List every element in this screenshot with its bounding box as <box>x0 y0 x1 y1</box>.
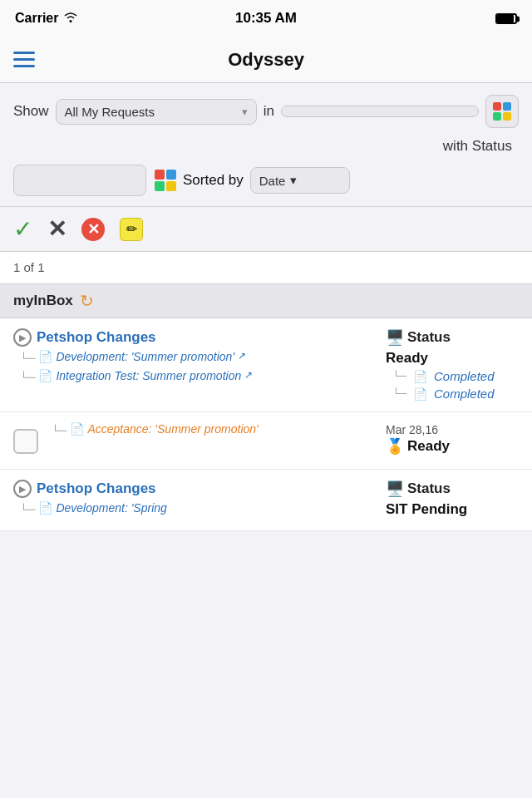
status-bar: Carrier 10:35 AM <box>0 0 532 37</box>
action-bar: ✓ ✕ ✕ ✏ <box>0 206 532 252</box>
pagination-text: 1 of 1 <box>13 260 45 274</box>
completed-1b: Completed <box>434 387 495 401</box>
item-left-1: ▶ Petshop Changes └─ 📄 Development: 'Sum… <box>13 328 379 388</box>
doc-icon-1a: 📄 <box>38 350 52 363</box>
battery-indicator <box>495 11 517 26</box>
app-title: Odyssey <box>228 49 304 71</box>
ready-label-1: Ready <box>386 350 519 367</box>
hamburger-line1 <box>13 52 35 54</box>
status-bar-time: 10:35 AM <box>235 10 297 27</box>
item-sub-1b: └─ 📄 Integration Test: Summer promotion … <box>13 369 379 387</box>
tree-line-1b: └─ <box>20 369 35 387</box>
item-title-row-1: ▶ Petshop Changes <box>13 328 379 347</box>
ready-row-2: 🏅 Ready <box>386 437 519 456</box>
doc-icon-s1a: 📄 <box>413 370 427 383</box>
completed-1a: Completed <box>434 369 495 383</box>
item-right-3: 🖥️ Status SIT Pending <box>386 480 519 518</box>
ext-link-1b[interactable]: ↗ <box>244 369 253 381</box>
tree-line-1a: └─ <box>20 350 35 367</box>
show-label: Show <box>13 103 49 120</box>
sub-link-1a[interactable]: Development: 'Summer promotion' <box>56 350 234 363</box>
sub-link-3a[interactable]: Development: 'Spring <box>56 501 166 515</box>
grid-view-button[interactable] <box>485 95 519 128</box>
cancel-icon: ✕ <box>87 220 100 239</box>
ext-link-1a[interactable]: ↗ <box>238 350 246 362</box>
show-chevron-icon: ▾ <box>242 106 248 118</box>
status-icon-1: 🖥️ <box>386 328 404 347</box>
approve-button[interactable]: ✓ <box>13 215 32 243</box>
tree-line-s1a: └─ <box>392 368 406 384</box>
in-input[interactable] <box>281 106 479 117</box>
status-row-1: 🖥️ Status <box>386 328 519 347</box>
menu-button[interactable] <box>13 52 35 67</box>
status-grid-icon-btn[interactable] <box>155 170 176 191</box>
sit-pending-row-3: SIT Pending <box>386 501 519 518</box>
play-icon-3: ▶ <box>13 480 32 498</box>
sort-value: Date <box>259 174 286 188</box>
ready-icon-2: 🏅 <box>386 437 404 456</box>
status-sub-1b: └─ 📄 Completed <box>386 386 519 401</box>
nav-bar: Odyssey <box>0 37 532 83</box>
grid4-icon <box>493 102 511 121</box>
filter-row-2: with Status <box>13 138 519 155</box>
date-row-2: Mar 28,16 <box>386 422 519 437</box>
status-grid4-icon <box>155 170 176 191</box>
status-label-1: Status <box>407 329 451 346</box>
sit-pending-3: SIT Pending <box>386 501 467 517</box>
in-label: in <box>264 103 274 120</box>
sub-link-1b[interactable]: Integration Test: Summer promotion <box>56 369 241 382</box>
pagination-bar: 1 of 1 <box>0 252 532 284</box>
item-left-2: └─ 📄 Acceptance: 'Summer promotion' <box>45 422 379 441</box>
tree-line-s1b: └─ <box>392 386 406 401</box>
list-item: └─ 📄 Acceptance: 'Summer promotion' Mar … <box>0 412 532 470</box>
status-bar-left: Carrier <box>15 11 78 26</box>
edit-button[interactable]: ✏ <box>120 218 143 241</box>
item-title-1[interactable]: Petshop Changes <box>37 329 156 346</box>
doc-icon-3a: 📄 <box>38 501 52 515</box>
carrier-text: Carrier <box>15 11 58 26</box>
cancel-button[interactable]: ✕ <box>81 218 105 241</box>
status-sub-1a: └─ 📄 Completed <box>386 368 519 384</box>
item-sub-2a: └─ 📄 Acceptance: 'Summer promotion' <box>45 422 379 440</box>
doc-icon-1b: 📄 <box>38 369 52 382</box>
filter-area: Show All My Requests ▾ in with Status <box>0 83 532 196</box>
show-value: All My Requests <box>65 105 155 119</box>
group-header: myInBox ↻ <box>0 284 532 318</box>
item-checkbox-2[interactable] <box>13 429 38 454</box>
date-text-2: Mar 28,16 <box>386 423 438 436</box>
sort-select[interactable]: Date ▾ <box>250 167 350 194</box>
filter-row-1: Show All My Requests ▾ in <box>13 95 519 128</box>
tree-line-3a: └─ <box>20 501 35 519</box>
hamburger-line3 <box>13 65 35 67</box>
refresh-icon[interactable]: ↻ <box>80 291 94 311</box>
tree-line-2a: └─ <box>52 422 66 440</box>
items-area: ▶ Petshop Changes └─ 📄 Development: 'Sum… <box>0 318 532 531</box>
item-left-3: ▶ Petshop Changes └─ 📄 Development: 'Spr… <box>13 480 379 520</box>
doc-icon-s1b: 📄 <box>413 387 427 401</box>
sub-link-2a[interactable]: Acceptance: 'Summer promotion' <box>87 422 258 436</box>
wifi-icon <box>63 11 78 26</box>
sorted-by-label: Sorted by <box>183 172 244 189</box>
item-title-3[interactable]: Petshop Changes <box>37 480 156 497</box>
reject-button[interactable]: ✕ <box>47 215 66 243</box>
doc-icon-2a: 📄 <box>70 422 84 436</box>
hamburger-line2 <box>13 58 35 61</box>
status-icon-3: 🖥️ <box>386 480 404 498</box>
item-right-2: Mar 28,16 🏅 Ready <box>386 422 519 459</box>
item-right-1: 🖥️ Status Ready └─ 📄 Completed └─ 📄 Comp… <box>386 328 519 401</box>
with-status-label: with Status <box>443 138 519 155</box>
status-label-3: Status <box>407 480 451 497</box>
item-sub-1a: └─ 📄 Development: 'Summer promotion' ↗ <box>13 350 379 367</box>
play-icon-1: ▶ <box>13 328 32 347</box>
status-row-3: 🖥️ Status <box>386 480 519 498</box>
group-name: myInBox <box>13 293 73 309</box>
edit-icon: ✏ <box>126 221 137 237</box>
list-item: ▶ Petshop Changes └─ 📄 Development: 'Spr… <box>0 470 532 531</box>
item-sub-3a: └─ 📄 Development: 'Spring <box>13 501 379 519</box>
ready-label-2: Ready <box>407 438 450 455</box>
show-select[interactable]: All My Requests ▾ <box>56 99 257 125</box>
filter-row-3: Sorted by Date ▾ <box>13 165 519 196</box>
status-input[interactable] <box>13 165 146 196</box>
list-item: ▶ Petshop Changes └─ 📄 Development: 'Sum… <box>0 318 532 412</box>
sort-chevron-icon: ▾ <box>290 173 297 188</box>
